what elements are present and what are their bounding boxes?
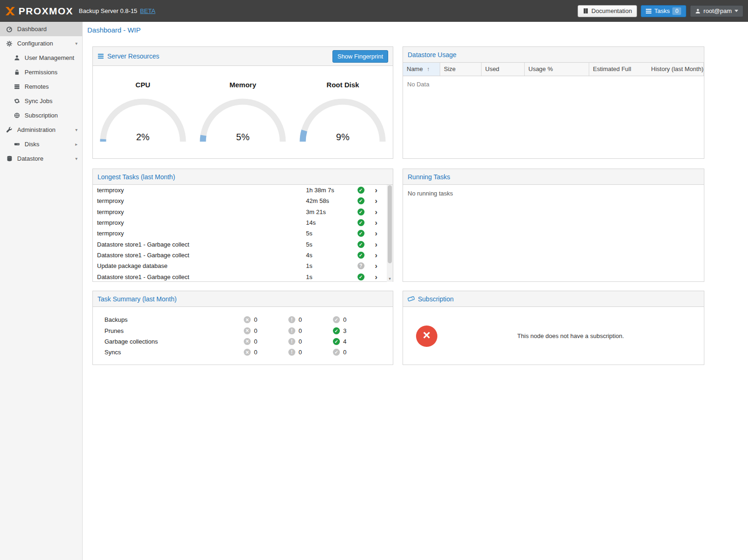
book-icon bbox=[583, 8, 589, 14]
chevron-down-icon[interactable]: ▾ bbox=[75, 41, 78, 46]
task-status-icon bbox=[358, 252, 364, 259]
column-header[interactable]: Usage % bbox=[525, 63, 589, 76]
chevron-right-icon[interactable] bbox=[369, 262, 383, 270]
ticket-icon bbox=[408, 295, 415, 302]
header-actions: Documentation Tasks 0 root@pam bbox=[578, 5, 743, 17]
task-row[interactable]: termproxy 1h 38m 7s bbox=[93, 185, 387, 195]
gauge-label: CPU bbox=[93, 81, 193, 89]
task-row[interactable]: Datastore store1 - Garbage collect 4s bbox=[93, 250, 387, 260]
scrollbar-thumb[interactable] bbox=[388, 185, 392, 263]
panel-title: Server Resources bbox=[107, 52, 159, 60]
chevron-right-icon[interactable] bbox=[369, 208, 383, 216]
sync-icon bbox=[13, 98, 20, 105]
product-version: Backup Server 0.8-15 bbox=[79, 7, 137, 14]
sidebar-item-datastore[interactable]: Datastore ▾ bbox=[0, 151, 82, 166]
sidebar-item-configuration[interactable]: Configuration ▾ bbox=[0, 36, 82, 51]
sidebar-item-user-management[interactable]: User Management bbox=[0, 51, 82, 65]
gauge-label: Memory bbox=[193, 81, 293, 89]
task-duration: 1s bbox=[306, 273, 352, 280]
column-header[interactable]: Name bbox=[403, 63, 440, 76]
chevron-right-icon[interactable] bbox=[369, 241, 383, 248]
task-status-icon bbox=[358, 197, 364, 204]
subscription-panel: Subscription This node does not have a s… bbox=[403, 291, 704, 365]
warning-icon bbox=[288, 338, 295, 345]
chevron-right-icon[interactable]: ▸ bbox=[75, 142, 78, 147]
task-row[interactable]: Update package database 1s bbox=[93, 260, 387, 271]
tasks-button[interactable]: Tasks 0 bbox=[641, 5, 686, 17]
disk-icon bbox=[13, 141, 20, 148]
task-name: Datastore store1 - Garbage collect bbox=[93, 252, 306, 259]
ok-count: 4 bbox=[343, 338, 346, 345]
tasks-count-badge: 0 bbox=[672, 7, 681, 15]
gauge-value: 9% bbox=[297, 132, 388, 143]
task-row[interactable]: Datastore store1 - Garbage collect 1s bbox=[93, 271, 387, 282]
task-row[interactable]: termproxy 14s bbox=[93, 217, 387, 228]
error-count: 0 bbox=[254, 316, 257, 323]
task-status-icon bbox=[358, 219, 364, 226]
no-subscription-icon bbox=[416, 326, 437, 347]
error-icon bbox=[244, 338, 251, 345]
column-header[interactable]: Used bbox=[481, 63, 525, 76]
chevron-right-icon[interactable] bbox=[369, 197, 383, 205]
proxmox-logo[interactable]: PROXMOX bbox=[5, 6, 73, 17]
task-row[interactable]: termproxy 5s bbox=[93, 228, 387, 239]
chevron-right-icon[interactable] bbox=[369, 251, 383, 259]
task-name: Datastore store1 - Garbage collect bbox=[93, 241, 306, 248]
task-name: termproxy bbox=[93, 219, 306, 226]
sidebar-item-administration[interactable]: Administration ▾ bbox=[0, 123, 82, 137]
chevron-right-icon[interactable] bbox=[369, 186, 383, 194]
cpu-gauge: CPU 2% bbox=[93, 81, 193, 143]
summary-label: Garbage collections bbox=[93, 338, 244, 345]
logo-text: PROXMOX bbox=[19, 6, 73, 17]
sidebar-item-subscription[interactable]: Subscription bbox=[0, 108, 82, 123]
running-tasks-header: Running Tasks bbox=[403, 169, 704, 185]
server-resources-panel: Server Resources Show Fingerprint CPU bbox=[92, 46, 393, 159]
documentation-button[interactable]: Documentation bbox=[578, 5, 637, 17]
chevron-right-icon[interactable] bbox=[369, 273, 383, 281]
sidebar-item-dashboard[interactable]: Dashboard bbox=[0, 22, 82, 36]
task-name: Datastore store1 - Garbage collect bbox=[93, 273, 306, 280]
error-icon bbox=[244, 316, 251, 323]
sidebar-item-permissions[interactable]: Permissions bbox=[0, 65, 82, 79]
sidebar-item-sync-jobs[interactable]: Sync Jobs bbox=[0, 94, 82, 108]
task-duration: 3m 21s bbox=[306, 208, 352, 215]
gauges-row: CPU 2% Memory bbox=[93, 66, 393, 143]
sidebar-item-remotes[interactable]: Remotes bbox=[0, 79, 82, 94]
show-fingerprint-button[interactable]: Show Fingerprint bbox=[332, 50, 388, 63]
sidebar-item-disks[interactable]: Disks ▸ bbox=[0, 137, 82, 151]
column-header[interactable]: History (last Month) bbox=[647, 63, 704, 76]
user-menu-label: root@pam bbox=[703, 7, 732, 14]
task-row[interactable]: termproxy 42m 58s bbox=[93, 195, 387, 206]
summary-row: Syncs 0 0 bbox=[93, 347, 393, 358]
scrollbar[interactable]: ▾ bbox=[387, 185, 393, 282]
task-row[interactable]: Datastore store1 - Garbage collect 5s bbox=[93, 239, 387, 249]
column-label: Usage % bbox=[528, 65, 553, 72]
gauge-label: Root Disk bbox=[293, 81, 393, 89]
task-row[interactable]: termproxy 3m 21s bbox=[93, 207, 387, 217]
task-status-icon bbox=[358, 230, 364, 237]
column-header[interactable]: Size bbox=[440, 63, 481, 76]
chevron-down-icon[interactable]: ▾ bbox=[75, 127, 78, 132]
sidebar-item-label: Sync Jobs bbox=[25, 98, 52, 104]
beta-link[interactable]: BETA bbox=[140, 7, 156, 14]
summary-row: Garbage collections 0 0 bbox=[93, 336, 393, 347]
task-status-icon bbox=[358, 187, 364, 194]
task-status-icon bbox=[358, 273, 364, 280]
database-icon bbox=[6, 155, 13, 163]
task-duration: 42m 58s bbox=[306, 197, 352, 204]
layers-icon bbox=[13, 83, 20, 91]
task-summary-list: Backups 0 0 bbox=[93, 307, 393, 358]
warning-count: 0 bbox=[299, 338, 302, 345]
column-header[interactable]: Estimated Full bbox=[589, 63, 647, 76]
panel-title: Running Tasks bbox=[408, 173, 450, 181]
chevron-down-icon[interactable]: ▾ bbox=[75, 156, 78, 161]
user-menu-button[interactable]: root@pam bbox=[690, 5, 743, 17]
dashboard-icon bbox=[6, 26, 13, 33]
scroll-down-arrow[interactable]: ▾ bbox=[387, 275, 393, 282]
summary-row: Backups 0 0 bbox=[93, 314, 393, 325]
task-summary-header: Task Summary (last Month) bbox=[93, 291, 393, 307]
chevron-right-icon[interactable] bbox=[369, 219, 383, 227]
task-duration: 1h 38m 7s bbox=[306, 187, 352, 194]
warning-icon bbox=[288, 327, 295, 334]
chevron-right-icon[interactable] bbox=[369, 229, 383, 237]
